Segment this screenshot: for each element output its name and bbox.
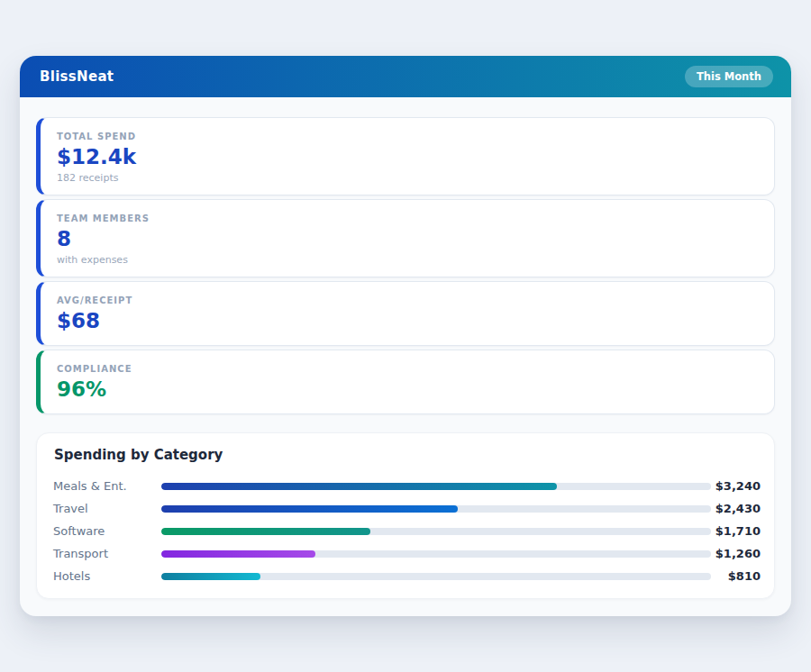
spending-by-category-card: Spending by Category Meals & Ent. $3,240…	[36, 432, 775, 599]
category-row-hotels: Hotels $810	[53, 565, 761, 587]
category-label: Hotels	[53, 569, 161, 583]
stat-subtext: with expenses	[57, 253, 758, 267]
category-bar-track	[161, 483, 711, 490]
category-bar-fill	[161, 573, 260, 580]
category-label: Meals & Ent.	[53, 479, 161, 493]
category-bar-fill	[161, 483, 557, 490]
app-header: BlissNeat This Month	[20, 56, 791, 97]
stat-card-avg-receipt: AVG/RECEIPT $68	[36, 281, 775, 346]
category-label: Transport	[53, 547, 161, 560]
category-value: $1,260	[711, 547, 761, 560]
spending-card-title: Spending by Category	[53, 447, 761, 463]
category-label: Travel	[53, 502, 161, 515]
app-title: BlissNeat	[40, 68, 114, 85]
stat-card-total-spend: TOTAL SPEND $12.4k 182 receipts	[36, 117, 775, 195]
stat-value: $68	[57, 307, 758, 335]
category-bar-fill	[161, 505, 458, 513]
stat-value: $12.4k	[57, 143, 758, 171]
stat-label: COMPLIANCE	[57, 362, 758, 376]
stat-subtext: 182 receipts	[57, 171, 758, 185]
category-row-travel: Travel $2,430	[53, 497, 761, 520]
dashboard-panel: BlissNeat This Month TOTAL SPEND $12.4k …	[20, 56, 791, 616]
category-label: Software	[53, 524, 161, 538]
stat-card-compliance: COMPLIANCE 96%	[36, 350, 775, 414]
category-bar-fill	[161, 528, 370, 535]
stat-label: TEAM MEMBERS	[57, 212, 758, 225]
stat-card-team-members: TEAM MEMBERS 8 with expenses	[36, 199, 775, 277]
page-background: BlissNeat This Month TOTAL SPEND $12.4k …	[0, 0, 811, 672]
category-value: $1,710	[711, 524, 761, 538]
category-value: $3,240	[711, 479, 761, 493]
category-bar-track	[161, 550, 711, 558]
stat-value: 8	[57, 225, 758, 253]
period-badge-button[interactable]: This Month	[685, 66, 773, 87]
category-row-transport: Transport $1,260	[53, 542, 761, 565]
category-bar-fill	[161, 550, 315, 558]
category-bar-track	[161, 505, 711, 513]
stat-label: TOTAL SPEND	[57, 130, 758, 143]
category-bar-track	[161, 573, 711, 580]
category-row-meals: Meals & Ent. $3,240	[53, 475, 761, 497]
dashboard-content: TOTAL SPEND $12.4k 182 receipts TEAM MEM…	[20, 97, 791, 616]
category-bar-track	[161, 528, 711, 535]
stat-value: 96%	[57, 376, 758, 404]
category-value: $2,430	[711, 502, 761, 515]
category-value: $810	[711, 569, 761, 583]
category-row-software: Software $1,710	[53, 520, 761, 542]
stat-label: AVG/RECEIPT	[57, 294, 758, 307]
